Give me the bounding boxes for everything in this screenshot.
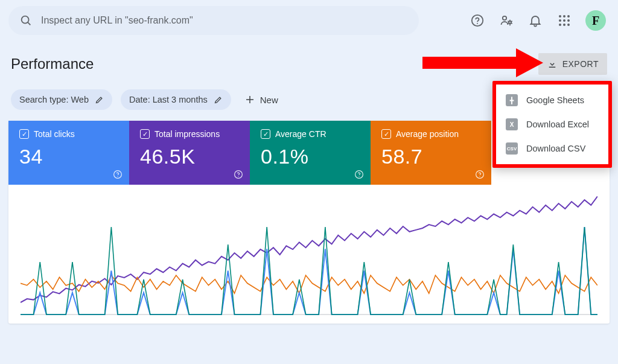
- csv-icon: CSV: [506, 142, 518, 155]
- help-icon[interactable]: [112, 169, 123, 180]
- svg-point-8: [567, 15, 570, 18]
- pencil-icon: [214, 95, 223, 104]
- add-filter-label: New: [260, 95, 278, 105]
- metric-impressions-label: Total impressions: [154, 129, 220, 139]
- svg-point-10: [563, 19, 565, 22]
- filter-date-label: Date: Last 3 months: [129, 95, 208, 104]
- performance-chart: [8, 185, 610, 324]
- metric-ctr-label: Average CTR: [275, 129, 327, 139]
- export-excel-label: Download Excel: [526, 120, 589, 129]
- pencil-icon: [95, 95, 104, 104]
- help-icon[interactable]: [474, 169, 485, 180]
- svg-point-4: [503, 16, 506, 20]
- filter-date[interactable]: Date: Last 3 months: [121, 89, 231, 110]
- help-icon[interactable]: [470, 13, 485, 28]
- svg-point-27: [479, 176, 480, 177]
- svg-point-3: [477, 23, 478, 24]
- search-icon: [19, 14, 33, 27]
- help-icon[interactable]: [233, 169, 244, 180]
- checkbox-icon: [261, 129, 270, 139]
- apps-grid-icon[interactable]: [556, 13, 572, 28]
- add-filter-button[interactable]: New: [240, 94, 278, 105]
- export-csv-label: Download CSV: [526, 144, 585, 153]
- metric-total-impressions[interactable]: Total impressions 46.5K: [129, 121, 250, 185]
- checkbox-icon: [381, 129, 391, 139]
- svg-point-6: [559, 15, 561, 18]
- page-title: Performance: [11, 56, 94, 72]
- svg-point-25: [358, 176, 359, 177]
- svg-point-14: [567, 24, 570, 26]
- svg-point-7: [563, 15, 565, 18]
- metric-average-ctr[interactable]: Average CTR 0.1%: [250, 121, 371, 185]
- plus-icon: [244, 94, 255, 105]
- export-menu: ╋ Google Sheets X Download Excel CSV Dow…: [492, 81, 612, 168]
- svg-point-11: [567, 19, 570, 22]
- svg-point-9: [559, 19, 561, 22]
- metric-position-value: 58.7: [381, 145, 480, 168]
- svg-point-21: [117, 176, 118, 177]
- metric-average-position[interactable]: Average position 58.7: [371, 121, 491, 185]
- metric-clicks-value: 34: [19, 145, 118, 168]
- metric-clicks-label: Total clicks: [34, 129, 75, 139]
- svg-point-0: [22, 16, 29, 24]
- download-icon: [547, 59, 558, 69]
- checkbox-icon: [140, 129, 150, 139]
- svg-point-2: [472, 15, 483, 26]
- metric-position-label: Average position: [396, 129, 459, 139]
- svg-line-1: [28, 22, 30, 25]
- svg-rect-15: [549, 67, 555, 68]
- filter-search-type-label: Search type: Web: [19, 95, 89, 104]
- filter-search-type[interactable]: Search type: Web: [11, 89, 112, 110]
- export-label: EXPORT: [562, 59, 599, 69]
- export-sheets-label: Google Sheets: [526, 95, 584, 105]
- metric-impressions-value: 46.5K: [140, 145, 239, 168]
- help-icon[interactable]: [354, 169, 365, 180]
- export-csv[interactable]: CSV Download CSV: [496, 136, 608, 161]
- search-placeholder: Inspect any URL in "seo-frank.com": [41, 15, 193, 26]
- svg-point-12: [559, 24, 561, 26]
- metric-ctr-value: 0.1%: [261, 145, 360, 168]
- account-avatar[interactable]: F: [585, 10, 606, 31]
- sheets-icon: ╋: [506, 94, 518, 106]
- users-settings-icon[interactable]: [499, 13, 514, 28]
- svg-point-13: [563, 24, 565, 26]
- checkbox-icon: [19, 129, 29, 139]
- notifications-icon[interactable]: [527, 13, 543, 28]
- url-inspect-search[interactable]: Inspect any URL in "seo-frank.com": [8, 6, 419, 35]
- metric-total-clicks[interactable]: Total clicks 34: [8, 121, 129, 185]
- svg-point-23: [238, 176, 238, 177]
- export-button[interactable]: EXPORT: [538, 53, 607, 75]
- export-excel[interactable]: X Download Excel: [496, 112, 608, 136]
- export-google-sheets[interactable]: ╋ Google Sheets: [496, 88, 608, 112]
- excel-icon: X: [506, 118, 518, 130]
